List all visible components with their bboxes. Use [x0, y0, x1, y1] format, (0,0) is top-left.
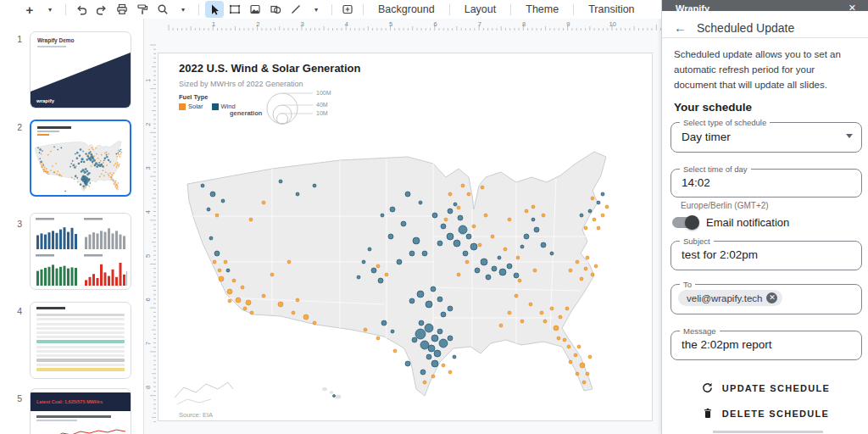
horizontal-ruler[interactable]: 12345678910 — [158, 20, 663, 31]
remove-recipient-icon[interactable]: ✕ — [766, 292, 777, 303]
toolbar-separator — [331, 4, 332, 15]
thumb1-subtitle-line — [37, 46, 66, 47]
paint-format-button[interactable] — [133, 1, 152, 18]
thumb1-title: Wrapify Demo — [37, 37, 75, 43]
theme-menu-button[interactable]: Theme — [517, 2, 567, 17]
slide-thumbnail-4[interactable] — [30, 302, 131, 379]
wind-swatch — [212, 103, 219, 110]
slide-subtitle[interactable]: Sized by MWHrs of 2022 Generation — [179, 80, 303, 88]
size-legend-circles — [260, 91, 353, 133]
svg-text:10: 10 — [609, 20, 616, 28]
panel-page-title: Scheduled Update — [697, 21, 794, 35]
svg-text:6: 6 — [146, 298, 152, 301]
toolbar-separator — [573, 4, 574, 15]
thumb5-subtitle-line — [36, 420, 77, 421]
schedule-type-select[interactable]: Select type of schedule Day timer — [670, 122, 862, 153]
redo-button[interactable] — [92, 1, 111, 18]
svg-text:2: 2 — [256, 20, 259, 28]
svg-text:5: 5 — [146, 254, 152, 258]
svg-text:3: 3 — [301, 20, 304, 28]
update-schedule-button[interactable]: UPDATE SCHEDULE — [662, 381, 868, 394]
back-arrow-icon[interactable]: ← — [674, 20, 687, 35]
svg-text:9: 9 — [566, 20, 570, 28]
insert-placeholder-button[interactable] — [338, 1, 357, 18]
thumb2-minimap — [31, 137, 130, 193]
panel-breadcrumb: ← Scheduled Update — [674, 20, 794, 35]
undo-button[interactable] — [72, 1, 91, 18]
svg-text:7: 7 — [478, 20, 481, 28]
thumb1-logo: wrapify — [36, 98, 54, 103]
svg-text:4: 4 — [345, 20, 348, 28]
panel-description: Scheduled update allows you to set an au… — [674, 47, 859, 92]
slide-thumbnail-3[interactable] — [30, 213, 131, 290]
select-cursor-button[interactable] — [205, 1, 224, 18]
delete-schedule-label: DELETE SCHEDULE — [722, 409, 829, 419]
print-button[interactable] — [113, 1, 131, 18]
add-dropdown-icon[interactable]: ▾ — [41, 1, 59, 18]
wrapify-addon-panel: Wrapify ✕ ← Scheduled Update Scheduled u… — [661, 0, 868, 434]
update-schedule-label: UPDATE SCHEDULE — [722, 383, 830, 393]
svg-text:8: 8 — [146, 386, 152, 389]
divider — [662, 37, 868, 38]
image-button[interactable] — [246, 1, 264, 18]
to-label: To — [680, 280, 695, 289]
thumb5-line-chart — [36, 425, 125, 434]
delete-schedule-button[interactable]: DELETE SCHEDULE — [662, 407, 868, 420]
recipient-chip: veli@wrapify.tech ✕ — [678, 290, 782, 306]
us-map-chart[interactable] — [170, 135, 645, 410]
thumb4-table — [36, 312, 125, 374]
textbox-button[interactable] — [225, 1, 244, 18]
message-field[interactable]: Message the 2:02pm report — [670, 331, 862, 360]
slide-thumbnail-5[interactable]: Latest Coal: 1,625/575 MWHrs — [30, 388, 131, 434]
slide-title[interactable]: 2022 U.S. Wind & Solar Generation — [179, 62, 360, 75]
transition-menu-button[interactable]: Transition — [580, 2, 643, 17]
thumb5-banner: Latest Coal: 1,625/575 MWHrs — [31, 392, 131, 411]
slide-number: 5 — [8, 393, 22, 403]
to-field[interactable]: To veli@wrapify.tech ✕ — [670, 284, 862, 314]
refresh-icon — [701, 381, 714, 394]
slide-number: 3 — [8, 219, 22, 229]
slide-page[interactable]: 2022 U.S. Wind & Solar Generation Sized … — [158, 53, 653, 421]
subject-field[interactable]: Subject test for 2:02pm — [670, 241, 862, 270]
timezone-helper: Europe/Berlin (GMT+2) — [681, 201, 769, 210]
slide-thumbnail-1[interactable]: Wrapify Demo wrapify — [30, 31, 131, 108]
svg-text:1: 1 — [212, 20, 215, 28]
recipient-email: veli@wrapify.tech — [687, 293, 762, 303]
svg-text:8: 8 — [522, 20, 526, 28]
trash-icon — [702, 407, 714, 420]
slide-number: 1 — [8, 34, 22, 44]
panel-close-icon[interactable]: ✕ — [849, 3, 856, 14]
chevron-down-icon — [846, 134, 853, 138]
background-menu-button[interactable]: Background — [370, 2, 443, 17]
editor-canvas: 12345678910 12345678 2022 U.S. Wind & So… — [144, 19, 661, 434]
svg-text:3: 3 — [146, 166, 152, 170]
slide-number: 2 — [8, 122, 22, 132]
source-note: Source: EIA — [179, 411, 213, 419]
color-legend: Solar Wind — [179, 103, 236, 110]
time-of-day-field[interactable]: Select time of day 14:02 — [670, 169, 862, 198]
email-notification-label: Email notification — [706, 216, 789, 229]
us-outline — [187, 152, 606, 396]
zoom-dropdown-icon[interactable]: ▾ — [174, 1, 192, 18]
message-label: Message — [680, 326, 720, 336]
email-notification-toggle[interactable] — [672, 217, 698, 228]
toolbar: + ▾ ▾ ▾ — [0, 0, 661, 19]
slide-number: 4 — [8, 306, 22, 316]
panel-header: Wrapify ✕ — [662, 0, 868, 11]
zoom-button[interactable] — [153, 1, 172, 18]
vertical-ruler[interactable]: 12345678 — [146, 34, 156, 422]
schedule-type-label: Select type of schedule — [680, 118, 770, 127]
thumb5-title-line — [36, 415, 111, 418]
layout-menu-button[interactable]: Layout — [456, 2, 505, 17]
add-button[interactable]: + — [20, 1, 39, 18]
slide-thumbnail-2-selected[interactable] — [30, 120, 131, 197]
line-dropdown-icon[interactable]: ▾ — [307, 1, 326, 18]
toolbar-separator — [363, 4, 364, 15]
line-button[interactable] — [287, 1, 305, 18]
size-tick-10m: 10M — [316, 110, 328, 116]
toolbar-separator — [510, 4, 511, 15]
shape-button[interactable] — [266, 1, 285, 18]
svg-text:4: 4 — [146, 210, 152, 214]
partial-cutoff-action — [713, 431, 823, 433]
toolbar-separator — [449, 4, 450, 15]
